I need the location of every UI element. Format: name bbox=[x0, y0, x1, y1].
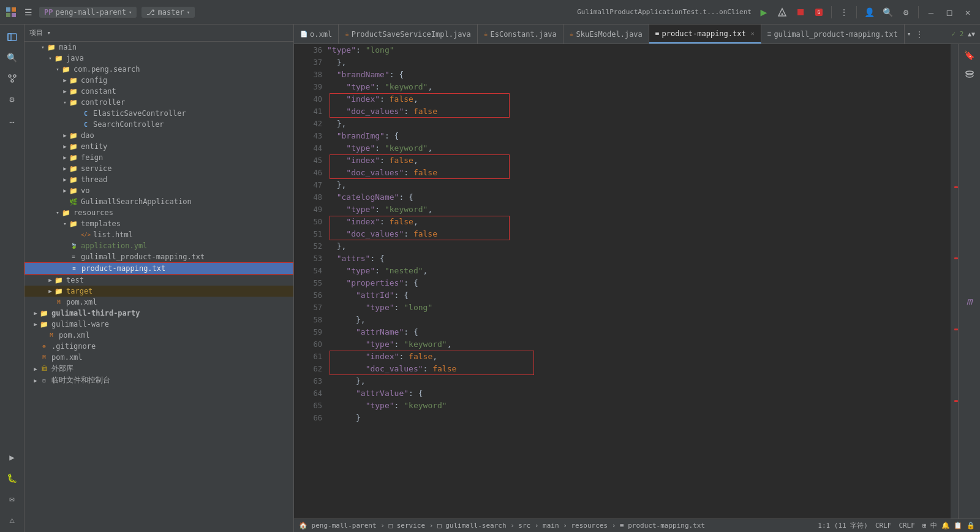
side-icon-run[interactable]: ▶ bbox=[2, 447, 22, 467]
tab-label-product-mapping: product-mapping.txt bbox=[662, 29, 745, 38]
settings-button[interactable]: ⚙ bbox=[899, 5, 913, 20]
side-icon-structure[interactable]: ⚙ bbox=[2, 89, 22, 109]
side-icon-debug[interactable]: 🐛 bbox=[2, 468, 22, 488]
tree-item-ware[interactable]: ▶ 📁 gulimall-ware bbox=[24, 319, 293, 330]
side-icon-notifications[interactable]: ✉ bbox=[2, 489, 22, 509]
folder-icon-dao: 📁 bbox=[69, 131, 78, 140]
tree-item-elastic[interactable]: C ElasticSaveController bbox=[24, 108, 293, 119]
tree-item-com-peng-search[interactable]: ▾ 📁 com.peng.search bbox=[24, 64, 293, 75]
brand-label: peng-mall-parent bbox=[55, 8, 126, 17]
tab-product-save[interactable]: ☕ ProductSaveServiceImpl.java bbox=[339, 25, 478, 44]
tree-item-thread[interactable]: ▶ 📁 thread bbox=[24, 174, 293, 185]
run-button[interactable]: ▶ bbox=[756, 5, 771, 20]
tab-more-button[interactable]: ⋮ bbox=[913, 30, 925, 39]
tab-product-mapping[interactable]: ≡ product-mapping.txt ✕ bbox=[649, 25, 761, 44]
tree-item-java[interactable]: ▾ 📁 java bbox=[24, 53, 293, 64]
code-line-44: 44 "type": "keyword", bbox=[300, 142, 951, 154]
label-controller: controller bbox=[81, 98, 125, 107]
file-tree-header[interactable]: 项目 ▾ bbox=[24, 25, 293, 42]
svg-point-4 bbox=[782, 13, 783, 15]
html-icon: </> bbox=[81, 230, 91, 240]
ln-48: 48 bbox=[300, 191, 327, 203]
build-button[interactable] bbox=[775, 5, 790, 20]
editor-content: 36 "type": "long" 37 }, 38 "brandName": … bbox=[294, 44, 980, 519]
tree-item-controller[interactable]: ▾ 📁 controller bbox=[24, 97, 293, 108]
minimize-button[interactable]: — bbox=[924, 5, 938, 20]
user-button[interactable]: 👤 bbox=[862, 5, 876, 20]
tree-item-app-yml[interactable]: 🍃 application.yml bbox=[24, 240, 293, 251]
more-button[interactable]: ⋮ bbox=[837, 5, 851, 20]
tree-item-test[interactable]: ▶ 📁 test bbox=[24, 275, 293, 286]
tree-item-target[interactable]: ▶ 📁 target bbox=[24, 286, 293, 297]
code-57: "type": "long" bbox=[327, 302, 951, 314]
tab-sku-es-model[interactable]: ☕ SkuEsModel.java bbox=[564, 25, 649, 44]
gutter-count[interactable]: ✓ 2 ▲▼ bbox=[946, 30, 980, 38]
tree-item-external-libs[interactable]: ▶ 🏛 外部库 bbox=[24, 363, 293, 374]
tree-item-main[interactable]: ▾ 📁 main bbox=[24, 42, 293, 53]
tab-es-constant[interactable]: ☕ EsConstant.java bbox=[478, 25, 564, 44]
editor-scrollbar[interactable] bbox=[951, 44, 958, 519]
libs-icon: 🏛 bbox=[39, 364, 49, 374]
svg-rect-2 bbox=[6, 13, 10, 17]
ln-42: 42 bbox=[300, 118, 327, 130]
tree-item-gulimall-app[interactable]: 🌿 GulimallSearchApplication bbox=[24, 196, 293, 207]
search-button[interactable]: 🔍 bbox=[880, 5, 895, 20]
tree-item-templates[interactable]: ▾ 📁 templates bbox=[24, 218, 293, 229]
label-feign: feign bbox=[81, 153, 103, 162]
tree-item-pom-ware[interactable]: M pom.xml bbox=[24, 330, 293, 341]
tree-item-config[interactable]: ▶ 📁 config bbox=[24, 75, 293, 86]
tree-item-feign[interactable]: ▶ 📁 feign bbox=[24, 152, 293, 163]
status-bar-right: 1:1 (11 字符) CRLF CRLF ⊞ 中 🔔 📋 🔒 bbox=[818, 521, 975, 530]
tab-close-product-mapping[interactable]: ✕ bbox=[751, 30, 755, 37]
tree-item-pom-search[interactable]: M pom.xml bbox=[24, 297, 293, 308]
arrow-main: ▾ bbox=[39, 44, 47, 50]
side-icon-vcs[interactable] bbox=[2, 69, 22, 88]
tree-item-gulimall-mapping[interactable]: ≡ gulimall_product-mapping.txt bbox=[24, 251, 293, 262]
code-46: "doc_values": false bbox=[327, 167, 951, 179]
tab-oxml[interactable]: 📄 o.xml bbox=[294, 25, 339, 44]
tree-item-constant[interactable]: ▶ 📁 constant bbox=[24, 86, 293, 97]
code-line-51: 51 "doc_values": false bbox=[300, 228, 951, 240]
stop-button[interactable]: ⏹ bbox=[793, 5, 808, 20]
tree-item-third-party[interactable]: ▶ 📁 gulimall-third-party bbox=[24, 308, 293, 319]
close-button[interactable]: ✕ bbox=[960, 5, 975, 20]
branch-selector[interactable]: ⎇ master ▾ bbox=[141, 7, 195, 18]
tab-label-es-constant: EsConstant.java bbox=[490, 30, 556, 39]
svg-line-12 bbox=[10, 77, 12, 80]
side-icon-problems[interactable]: ⚠ bbox=[2, 510, 22, 530]
right-btn-m[interactable]: m bbox=[961, 292, 978, 310]
run-config-button[interactable]: G bbox=[812, 5, 826, 20]
app-icon[interactable] bbox=[5, 6, 17, 18]
tree-item-scratch[interactable]: ▶ ⊟ 临时文件和控制台 bbox=[24, 374, 293, 386]
tab-icon-es-constant: ☕ bbox=[484, 30, 488, 38]
right-btn-bookmark[interactable]: 🔖 bbox=[961, 47, 978, 64]
side-icon-search[interactable]: 🔍 bbox=[2, 48, 22, 67]
code-editor[interactable]: 36 "type": "long" 37 }, 38 "brandName": … bbox=[294, 44, 951, 519]
tab-bar: 📄 o.xml ☕ ProductSaveServiceImpl.java ☕ … bbox=[294, 25, 980, 44]
tree-item-vo[interactable]: ▶ 📁 vo bbox=[24, 185, 293, 196]
code-41: "doc_values": false bbox=[327, 105, 951, 118]
tree-item-service[interactable]: ▶ 📁 service bbox=[24, 163, 293, 174]
right-btn-database[interactable] bbox=[961, 66, 978, 83]
right-toolbar: 🔖 m bbox=[958, 44, 980, 519]
gutter-arrows[interactable]: ▲▼ bbox=[968, 31, 975, 37]
brand-selector[interactable]: PP peng-mall-parent ▾ bbox=[39, 7, 137, 18]
tab-scroll-arrows[interactable]: ▾ bbox=[905, 30, 914, 38]
side-icon-more[interactable]: … bbox=[2, 110, 22, 130]
tree-item-search-ctrl[interactable]: C SearchController bbox=[24, 119, 293, 130]
tree-item-dao[interactable]: ▶ 📁 dao bbox=[24, 130, 293, 141]
tree-item-entity[interactable]: ▶ 📁 entity bbox=[24, 141, 293, 152]
ln-59: 59 bbox=[300, 326, 327, 338]
tree-item-product-mapping[interactable]: ≡ product-mapping.txt bbox=[24, 262, 293, 275]
tab-gulimall-mapping[interactable]: ≡ gulimall_product-mapping.txt bbox=[761, 25, 905, 44]
folder-icon-vo: 📁 bbox=[69, 186, 78, 196]
maximize-button[interactable]: □ bbox=[942, 5, 957, 20]
label-gulimall-app: GulimallSearchApplication bbox=[81, 197, 192, 206]
tree-item-resources[interactable]: ▾ 📁 resources bbox=[24, 207, 293, 218]
tree-item-list-html[interactable]: </> list.html bbox=[24, 229, 293, 240]
hamburger-icon[interactable]: ☰ bbox=[22, 6, 34, 18]
tree-item-pom-root[interactable]: M pom.xml bbox=[24, 352, 293, 363]
tree-item-gitignore[interactable]: ⊛ .gitignore bbox=[24, 341, 293, 352]
code-line-56: 56 "attrId": { bbox=[300, 289, 951, 302]
side-icon-project[interactable] bbox=[2, 27, 22, 47]
